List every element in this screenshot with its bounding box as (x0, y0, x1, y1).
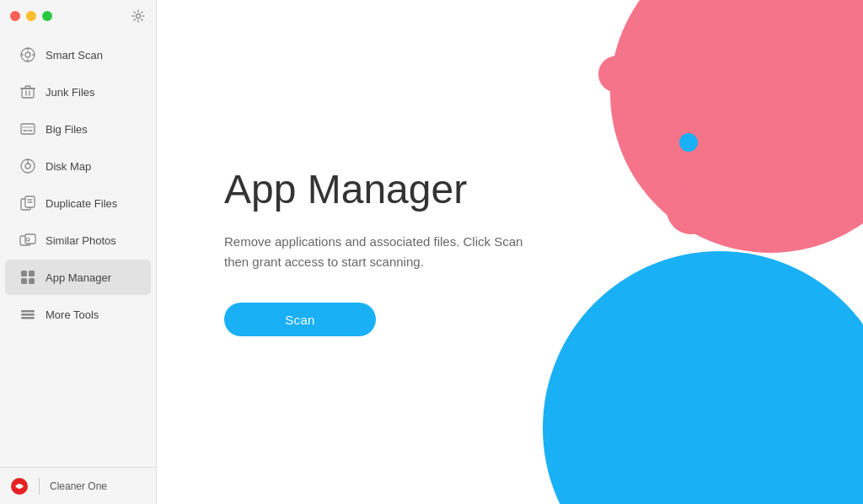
svg-rect-12 (21, 126, 35, 128)
sidebar-item-label: Similar Photos (46, 234, 116, 247)
decorative-background (509, 0, 863, 504)
svg-rect-26 (29, 271, 35, 276)
sidebar-footer: Cleaner One (0, 467, 156, 504)
big-files-icon (19, 120, 37, 138)
svg-rect-7 (22, 88, 34, 98)
sidebar-item-junk-files[interactable]: Junk Files (5, 74, 151, 110)
scan-button[interactable]: Scan (224, 303, 376, 336)
settings-icon[interactable] (131, 8, 146, 24)
main-content: App Manager Remove applications and asso… (157, 0, 863, 504)
sidebar-item-big-files[interactable]: Big Files (5, 111, 151, 147)
svg-rect-27 (21, 278, 27, 284)
junk-files-icon (19, 83, 37, 101)
svg-rect-11 (21, 124, 35, 134)
svg-point-16 (25, 164, 30, 169)
similar-photos-icon (19, 231, 37, 249)
sidebar-item-similar-photos[interactable]: Similar Photos (5, 223, 151, 258)
sidebar-item-label: Smart Scan (46, 49, 103, 62)
sidebar-item-smart-scan[interactable]: Smart Scan (5, 37, 151, 72)
more-tools-icon (19, 305, 37, 324)
sidebar-item-label: Disk Map (46, 160, 91, 173)
svg-rect-31 (21, 317, 35, 319)
titlebar (0, 0, 156, 32)
disk-map-icon (19, 157, 37, 175)
sidebar: Smart Scan Junk Files (0, 0, 157, 504)
deco-circle-pink-small (598, 56, 635, 93)
app-manager-icon (19, 268, 37, 287)
sidebar-item-label: Big Files (46, 123, 88, 136)
svg-rect-29 (21, 310, 35, 313)
svg-rect-23 (25, 234, 35, 244)
sidebar-item-label: App Manager (46, 271, 111, 284)
close-button[interactable] (10, 11, 20, 21)
nav-menu: Smart Scan Junk Files (0, 32, 156, 467)
svg-point-2 (25, 52, 30, 57)
sidebar-item-more-tools[interactable]: More Tools (5, 297, 151, 332)
sidebar-item-label: More Tools (46, 308, 99, 321)
sidebar-item-label: Junk Files (46, 86, 95, 99)
sidebar-item-label: Duplicate Files (46, 197, 117, 210)
duplicate-files-icon (19, 194, 37, 212)
app-name-label: Cleaner One (50, 480, 107, 492)
footer-divider (39, 478, 40, 495)
sidebar-item-disk-map[interactable]: Disk Map (5, 148, 151, 184)
svg-rect-30 (21, 314, 35, 316)
deco-circle-blue-small (679, 133, 698, 152)
page-description: Remove applications and associated files… (224, 232, 544, 272)
deco-circle-pink-large (610, 0, 863, 253)
svg-rect-25 (21, 271, 27, 276)
deco-circle-blue-large (543, 251, 863, 504)
sidebar-item-duplicate-files[interactable]: Duplicate Files (5, 185, 151, 221)
svg-rect-28 (29, 278, 35, 284)
maximize-button[interactable] (42, 11, 52, 21)
smart-scan-icon (19, 46, 37, 64)
svg-point-0 (137, 14, 141, 19)
sidebar-item-app-manager[interactable]: App Manager (5, 260, 151, 295)
minimize-button[interactable] (26, 11, 36, 21)
trend-micro-logo (10, 477, 29, 496)
page-title: App Manager (224, 168, 796, 212)
